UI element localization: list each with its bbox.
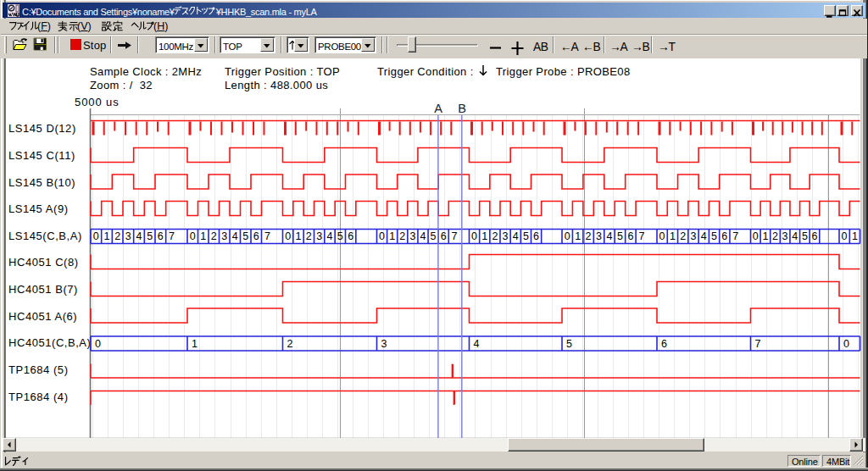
svg-text:1: 1 [200,230,206,242]
svg-text:A: A [434,102,442,115]
svg-text:0: 0 [842,230,848,242]
svg-text:5: 5 [711,230,717,242]
svg-text:5: 5 [566,338,572,350]
svg-text:1: 1 [575,230,581,242]
svg-text:0: 0 [190,230,196,242]
svg-text:3: 3 [503,230,509,242]
svg-text:4: 4 [513,230,519,242]
svg-text:2: 2 [306,230,312,242]
svg-text:2: 2 [772,230,778,242]
svg-text:3: 3 [125,230,131,242]
svg-text:1: 1 [670,230,676,242]
svg-text:3: 3 [409,230,415,242]
svg-text:3: 3 [381,338,387,350]
svg-text:2: 2 [399,230,405,242]
svg-text:4: 4 [232,230,238,242]
svg-text:6: 6 [721,230,727,242]
svg-text:4: 4 [474,338,480,350]
svg-text:2: 2 [211,230,217,242]
svg-text:7: 7 [264,230,270,242]
svg-text:5: 5 [337,230,343,242]
svg-text:2: 2 [114,230,120,242]
svg-text:6: 6 [348,230,353,242]
svg-text:4: 4 [607,230,613,242]
svg-text:0: 0 [753,230,759,242]
svg-text:0: 0 [471,230,477,242]
svg-text:6: 6 [253,230,259,242]
svg-text:6: 6 [661,338,667,350]
svg-text:0: 0 [565,230,570,242]
svg-text:1: 1 [389,230,395,242]
svg-text:5: 5 [617,230,623,242]
svg-text:1: 1 [852,230,858,242]
svg-text:4: 4 [136,230,142,242]
svg-text:5: 5 [802,230,808,242]
svg-text:1: 1 [762,230,768,242]
svg-text:5: 5 [523,230,529,242]
svg-text:1: 1 [192,338,198,350]
svg-text:7: 7 [732,230,738,242]
svg-text:1: 1 [296,230,302,242]
svg-text:2: 2 [680,230,686,242]
svg-text:6: 6 [441,230,447,242]
svg-text:5: 5 [242,230,248,242]
svg-text:3: 3 [691,230,697,242]
svg-text:1: 1 [104,230,110,242]
svg-text:7: 7 [451,230,457,242]
svg-text:3: 3 [221,230,227,242]
svg-text:0: 0 [659,230,665,242]
svg-text:3: 3 [596,230,602,242]
svg-text:7: 7 [639,230,645,242]
svg-text:6: 6 [533,230,539,242]
svg-text:0: 0 [95,338,101,350]
svg-text:1: 1 [481,230,487,242]
svg-text:2: 2 [287,338,293,350]
svg-text:6: 6 [812,230,818,242]
svg-text:5: 5 [431,230,437,242]
svg-text:7: 7 [169,230,175,242]
svg-text:2: 2 [586,230,592,242]
svg-text:0: 0 [285,230,291,242]
svg-text:7: 7 [755,338,761,350]
svg-text:2: 2 [492,230,498,242]
svg-text:5: 5 [147,230,153,242]
svg-text:6: 6 [627,230,633,242]
svg-text:4: 4 [701,230,707,242]
svg-text:3: 3 [782,230,788,242]
svg-text:0: 0 [843,338,849,350]
svg-text:6: 6 [158,230,164,242]
svg-text:4: 4 [420,230,426,242]
svg-text:B: B [458,102,466,115]
svg-text:0: 0 [93,230,99,242]
svg-text:4: 4 [327,230,333,242]
svg-text:3: 3 [316,230,322,242]
svg-text:0: 0 [379,230,385,242]
svg-text:4: 4 [792,230,798,242]
